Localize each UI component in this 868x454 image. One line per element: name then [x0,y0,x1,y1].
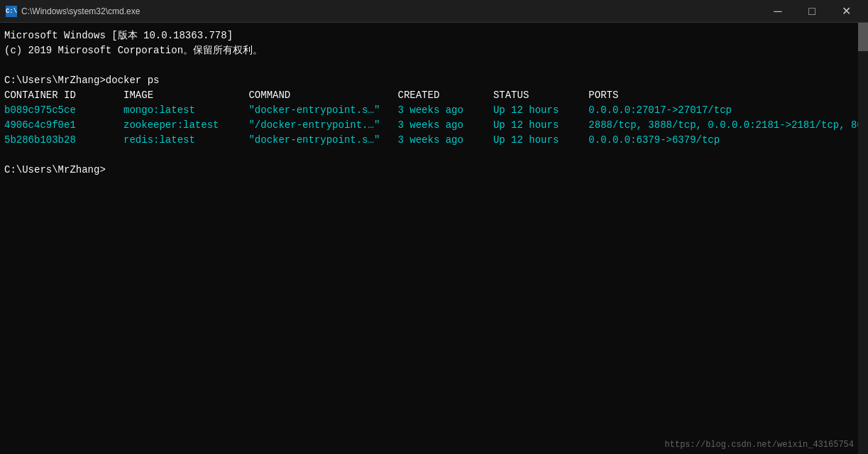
scrollbar-thumb[interactable] [858,23,868,51]
scrollbar[interactable] [858,23,868,454]
title-bar-left: C:\ C:\Windows\system32\cmd.exe [6,6,140,17]
terminal-row-1: b089c975c5ce mongo:latest "docker-entryp… [4,103,864,118]
cmd-icon: C:\ [6,6,17,17]
minimize-button[interactable]: ─ [762,0,794,23]
terminal-header: CONTAINER ID IMAGE COMMAND CREATED STATU… [4,88,864,103]
terminal-line-2: (c) 2019 Microsoft Corporation。保留所有权利。 [4,43,864,58]
terminal-line-1: Microsoft Windows [版本 10.0.18363.778] [4,28,864,43]
maximize-button[interactable]: □ [796,0,828,23]
terminal-row-3: 5b286b103b28 redis:latest "docker-entryp… [4,133,864,148]
window-controls: ─ □ ✕ [762,0,862,23]
watermark: https://blog.csdn.net/weixin_43165754 [665,440,854,450]
close-button[interactable]: ✕ [830,0,862,23]
terminal-row-2: 4906c4c9f0e1 zookeeper:latest "/docker-e… [4,118,864,133]
window-title: C:\Windows\system32\cmd.exe [21,6,140,16]
title-bar: C:\ C:\Windows\system32\cmd.exe ─ □ ✕ [0,0,868,23]
terminal-line-5 [4,148,864,163]
terminal-window: Microsoft Windows [版本 10.0.18363.778] (c… [0,23,868,454]
terminal-line-4: C:\Users\MrZhang>docker ps [4,73,864,88]
terminal-line-3 [4,58,864,73]
terminal-prompt: C:\Users\MrZhang> [4,163,864,178]
